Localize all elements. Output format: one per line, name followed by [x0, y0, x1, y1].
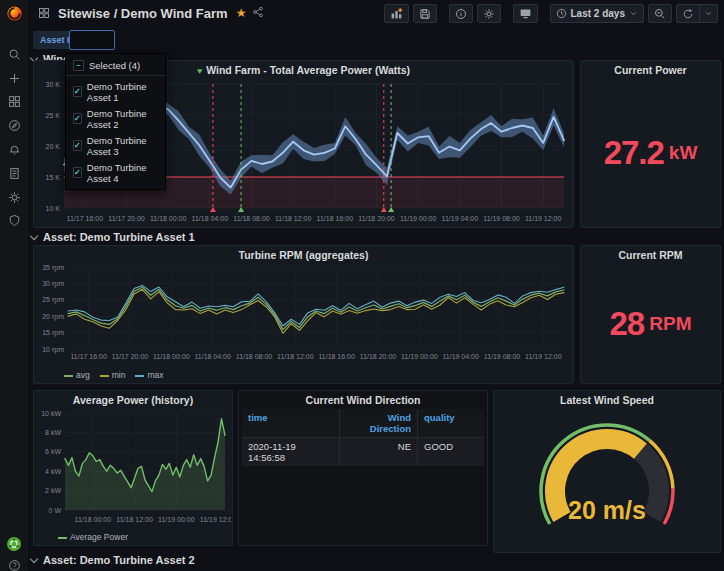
svg-text:11/17 16:00: 11/17 16:00	[70, 353, 107, 360]
history-chart[interactable]: 11/18 00:0011/18 12:0011/19 00:0011/19 1…	[37, 409, 231, 531]
time-range-label: Last 2 days	[571, 8, 625, 19]
svg-text:15 rpm: 15 rpm	[42, 329, 64, 337]
panel-title[interactable]: Turbine RPM (aggregates)	[34, 246, 573, 264]
grafana-dashboard: Sitewise / Demo Wind Farm ★	[0, 0, 724, 571]
dashboards-icon[interactable]	[6, 93, 22, 109]
table-header-row: time Wind Direction quality	[242, 409, 484, 438]
panel-average-power-history: Average Power (history) 11/18 00:0011/18…	[33, 390, 233, 546]
checkbox-indeterminate[interactable]: –	[73, 60, 84, 71]
svg-text:6 kW: 6 kW	[45, 448, 61, 455]
column-header-wind-direction[interactable]: Wind Direction	[340, 409, 418, 437]
settings-gear-icon[interactable]	[6, 189, 22, 205]
panel-turbine-rpm: Turbine RPM (aggregates) 11/17 16:0011/1…	[33, 245, 574, 384]
svg-text:25 rpm: 25 rpm	[42, 296, 64, 304]
legend-item-min[interactable]: min	[100, 370, 126, 380]
svg-text:11/18 08:00: 11/18 08:00	[236, 353, 273, 360]
header-bar: Sitewise / Demo Wind Farm ★	[28, 0, 724, 26]
share-icon[interactable]	[252, 4, 264, 22]
legend-item-max[interactable]: max	[135, 370, 163, 380]
svg-text:11/18 00:00: 11/18 00:00	[153, 353, 190, 360]
svg-text:25 K: 25 K	[46, 112, 61, 119]
panel-title[interactable]: Current RPM	[581, 246, 720, 264]
svg-text:15 K: 15 K	[46, 174, 61, 181]
column-header-quality[interactable]: quality	[418, 409, 484, 437]
refresh-split-button[interactable]	[676, 4, 718, 23]
zoom-out-button[interactable]	[648, 4, 672, 23]
dropdown-option-1[interactable]: ✓ Demo Turbine Asset 1	[66, 78, 165, 105]
dashboard-toolbar: Last 2 days	[384, 4, 718, 23]
legend-item-average-power[interactable]: Average Power	[58, 532, 128, 542]
page-title[interactable]: Sitewise / Demo Wind Farm	[58, 6, 228, 21]
checkbox-checked[interactable]: ✓	[73, 140, 82, 151]
svg-text:2 kW: 2 kW	[45, 487, 61, 494]
svg-text:11/19 00:00: 11/19 00:00	[158, 516, 195, 523]
current-power-unit: kW	[669, 142, 698, 164]
plus-icon[interactable]	[6, 70, 22, 86]
svg-text:35 rpm: 35 rpm	[42, 264, 64, 272]
chevron-down-icon	[30, 231, 38, 239]
panel-title[interactable]: Current Power	[581, 61, 720, 79]
rpm-legend: avg min max	[64, 370, 163, 380]
column-header-time[interactable]: time	[242, 409, 340, 437]
svg-text:11/19 08:00: 11/19 08:00	[483, 215, 520, 222]
svg-text:10 K: 10 K	[46, 205, 61, 212]
svg-text:11/19 00:00: 11/19 00:00	[400, 215, 437, 222]
add-panel-button[interactable]	[384, 4, 409, 23]
dropdown-option-4[interactable]: ✓ Demo Turbine Asset 4	[66, 159, 165, 186]
panel-current-rpm: Current RPM 28 RPM	[580, 245, 721, 384]
info-button[interactable]	[449, 4, 473, 23]
panel-current-power: Current Power 27.2 kW	[580, 60, 721, 228]
dropdown-option-3[interactable]: ✓ Demo Turbine Asset 3	[66, 132, 165, 159]
alerting-bell-icon[interactable]	[6, 141, 22, 157]
current-rpm-value: 28	[610, 305, 645, 343]
svg-text:11/19 04:00: 11/19 04:00	[442, 215, 479, 222]
svg-text:11/17 16:00: 11/17 16:00	[67, 215, 104, 222]
svg-text:11/19 08:00: 11/19 08:00	[484, 353, 521, 360]
cycle-view-tv-button[interactable]	[513, 4, 538, 23]
shield-icon[interactable]	[6, 212, 22, 228]
checkbox-checked[interactable]: ✓	[73, 167, 82, 178]
user-avatar[interactable]	[6, 536, 22, 552]
document-icon[interactable]	[6, 165, 22, 181]
svg-text:11/18 12:00: 11/18 12:00	[116, 516, 153, 523]
save-dashboard-button[interactable]	[413, 4, 437, 23]
row-header-asset2[interactable]: Asset: Demo Turbine Asset 2	[31, 554, 195, 566]
svg-text:11/18 20:00: 11/18 20:00	[358, 215, 395, 222]
time-range-picker[interactable]: Last 2 days	[550, 4, 644, 23]
legend-item-avg[interactable]: avg	[64, 370, 90, 380]
svg-text:11/18 00:00: 11/18 00:00	[75, 516, 112, 523]
row-header-asset1[interactable]: Asset: Demo Turbine Asset 1	[31, 231, 195, 243]
star-icon[interactable]: ★	[236, 6, 247, 20]
svg-text:11/19 12:00: 11/19 12:00	[200, 516, 231, 523]
rpm-chart[interactable]: 11/17 16:0011/17 20:0011/18 00:0011/18 0…	[38, 264, 570, 368]
refresh-interval-dropdown[interactable]	[699, 5, 717, 22]
svg-text:11/18 08:00: 11/18 08:00	[233, 215, 270, 222]
apps-grid-icon	[36, 5, 52, 21]
checkbox-checked[interactable]: ✓	[73, 86, 82, 97]
dropdown-option-2[interactable]: ✓ Demo Turbine Asset 2	[66, 105, 165, 132]
svg-text:11/17 20:00: 11/17 20:00	[112, 353, 149, 360]
panel-title[interactable]: Current Wind Direction	[239, 391, 487, 409]
svg-text:11/19 00:00: 11/19 00:00	[401, 353, 438, 360]
dropdown-selected-summary[interactable]: – Selected (4)	[66, 57, 165, 73]
help-icon[interactable]	[6, 557, 22, 571]
panel-title[interactable]: Latest Wind Speed	[494, 391, 720, 409]
svg-text:11/17 20:00: 11/17 20:00	[108, 215, 145, 222]
svg-text:30 rpm: 30 rpm	[42, 280, 64, 288]
grafana-logo[interactable]	[5, 4, 23, 22]
asset-id-input[interactable]	[69, 30, 115, 50]
alert-heart-icon: ♥	[197, 66, 202, 76]
explore-compass-icon[interactable]	[6, 117, 22, 133]
svg-text:11/19 12:00: 11/19 12:00	[525, 353, 562, 360]
cell-time: 2020-11-19 14:56:58	[242, 438, 340, 466]
search-icon[interactable]	[6, 46, 22, 62]
svg-text:11/18 04:00: 11/18 04:00	[194, 353, 231, 360]
dashboard-settings-button[interactable]	[477, 4, 501, 23]
panel-current-wind-direction: Current Wind Direction time Wind Directi…	[238, 390, 488, 546]
svg-text:30 K: 30 K	[46, 81, 61, 88]
svg-text:11/19 12:00: 11/19 12:00	[525, 215, 562, 222]
svg-text:11/18 00:00: 11/18 00:00	[150, 215, 187, 222]
checkbox-checked[interactable]: ✓	[73, 113, 82, 124]
refresh-icon[interactable]	[677, 8, 699, 20]
panel-title[interactable]: Average Power (history)	[34, 391, 232, 409]
